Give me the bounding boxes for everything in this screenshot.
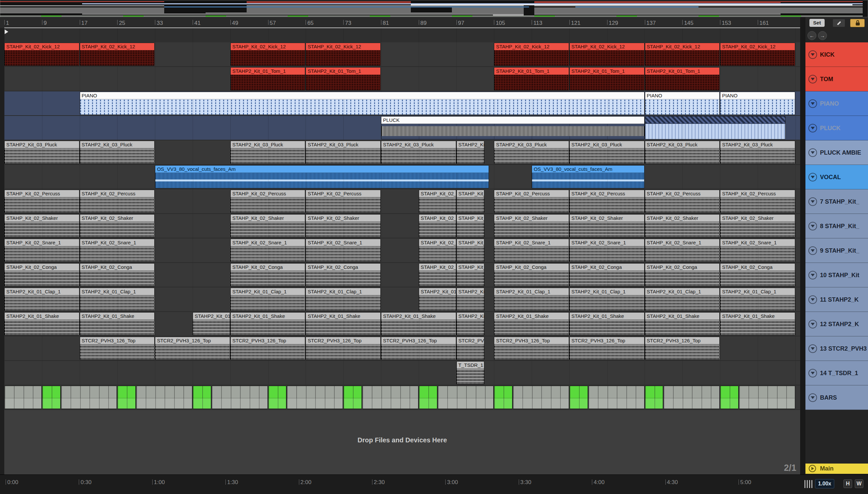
clip[interactable]: STAHP_Kit_02_Shaker bbox=[457, 214, 484, 238]
clip[interactable]: STAHP2_Kit_01_Shake bbox=[80, 312, 155, 336]
clip[interactable]: STAHP_Kit_02_Conga bbox=[306, 263, 381, 286]
main-track-header[interactable]: Main bbox=[806, 463, 868, 474]
clip[interactable]: STAHP2_Kit_01_Shake bbox=[570, 312, 644, 336]
track-header-12-stahp2-k[interactable]: 12 STAHP2_K bbox=[806, 312, 868, 336]
clip[interactable]: STAHP_Kit_02_Percuss bbox=[80, 190, 155, 213]
clip[interactable]: STCR2_PVH3_126_Top bbox=[457, 337, 484, 360]
clip[interactable] bbox=[663, 386, 720, 409]
clip[interactable] bbox=[343, 386, 362, 409]
clip[interactable]: STAHP2_Kit_03_Pluck bbox=[381, 141, 456, 164]
clip[interactable]: STAHP_Kit_02_Percuss bbox=[645, 190, 720, 213]
clip[interactable]: PIANO bbox=[720, 92, 795, 115]
clip[interactable]: STAHP2_Kit_03_Pluck bbox=[457, 141, 484, 164]
clip[interactable]: STAHP2_Kit_01_Clap_1 bbox=[419, 288, 456, 311]
arrow-right-icon[interactable]: → bbox=[818, 31, 827, 40]
clip[interactable]: STAHP_Kit_02_Conga bbox=[419, 263, 456, 286]
clip[interactable]: STAHP2_Kit_03_Pluck bbox=[720, 141, 795, 164]
clip[interactable]: STAHP_Kit_02_Shaker bbox=[645, 214, 720, 238]
clip[interactable]: STAHP_Kit_02_Snare_1 bbox=[645, 239, 720, 262]
fold-icon[interactable] bbox=[808, 148, 817, 157]
clip[interactable]: STCR2_PVH3_126_Top bbox=[155, 337, 230, 360]
track-header-9-stahp-kit[interactable]: 9 STAHP_Kit_ bbox=[806, 239, 868, 263]
clip[interactable]: STAHP_Kit_02_Percuss bbox=[4, 190, 79, 213]
clip[interactable] bbox=[419, 386, 437, 409]
clip[interactable]: STAHP_Kit_02_Kick_12 bbox=[230, 43, 306, 66]
fold-icon[interactable] bbox=[808, 99, 817, 108]
fold-icon[interactable] bbox=[808, 75, 817, 83]
clip[interactable]: STAHP_Kit_02_Conga bbox=[80, 263, 155, 286]
clip[interactable]: STAHP2_Kit_03_Pluck bbox=[4, 141, 79, 164]
clip[interactable]: T_TSDR_1 bbox=[457, 361, 484, 384]
clip[interactable]: STAHP2_Kit_01_Clap_1 bbox=[4, 288, 79, 311]
track-lane-8-stahp-kit[interactable]: STAHP_Kit_02_ShakerSTAHP_Kit_02_ShakerST… bbox=[4, 214, 800, 239]
clip[interactable] bbox=[588, 386, 644, 409]
clip[interactable]: STAHP2_Kit_01_Clap_1 bbox=[645, 288, 720, 311]
clip[interactable]: STAHP2_Kit_01_Shake bbox=[230, 312, 306, 336]
clip[interactable]: STAHP_Kit_02_Snare_1 bbox=[230, 239, 306, 262]
fold-icon[interactable] bbox=[808, 222, 817, 230]
fold-icon[interactable] bbox=[808, 124, 817, 132]
clip[interactable]: STAHP_Kit_02_Snare_1 bbox=[720, 239, 795, 262]
clip[interactable] bbox=[61, 386, 117, 409]
arrangement-overview[interactable] bbox=[0, 0, 868, 17]
clip[interactable]: STAHP_Kit_02_Shaker bbox=[494, 214, 569, 238]
track-header-pluck[interactable]: PLUCK bbox=[806, 116, 868, 140]
clip[interactable]: STAHP_Kit_02_Percuss bbox=[230, 190, 306, 213]
clip[interactable] bbox=[739, 386, 795, 409]
clip[interactable]: STAHP_Kit_02_Snare_1 bbox=[80, 239, 155, 262]
clip[interactable]: STAHP2_Kit_01_Tom_1 bbox=[645, 67, 720, 90]
track-header-11-stahp2-k[interactable]: 11 STAHP2_K bbox=[806, 287, 868, 312]
clip[interactable]: STAHP_Kit_02_Kick_12 bbox=[494, 43, 569, 66]
clip[interactable]: STAHP_Kit_02_Percuss bbox=[570, 190, 644, 213]
clip[interactable]: STAHP_Kit_02_Shaker bbox=[306, 214, 381, 238]
clip[interactable]: STAHP2_Kit_01_Clap_1 bbox=[80, 288, 155, 311]
clip[interactable]: PIANO bbox=[80, 92, 644, 115]
clip[interactable]: STAHP_Kit_02_Shaker bbox=[230, 214, 306, 238]
clip[interactable]: PLUCK bbox=[381, 116, 644, 139]
arrow-left-icon[interactable]: ← bbox=[807, 31, 816, 40]
fold-icon[interactable] bbox=[808, 369, 817, 377]
bar-ruler[interactable]: 1917253341495765738189971051131211291371… bbox=[0, 17, 868, 28]
clip[interactable] bbox=[645, 386, 663, 409]
clip[interactable] bbox=[494, 386, 513, 409]
clip[interactable]: STAHP2_Kit_03_Pluck bbox=[494, 141, 569, 164]
clip[interactable]: STAHP_Kit_02_Snare_1 bbox=[306, 239, 381, 262]
fold-icon[interactable] bbox=[808, 173, 817, 182]
pencil-button[interactable] bbox=[833, 19, 845, 27]
fold-icon[interactable] bbox=[808, 271, 817, 280]
clip[interactable]: OS_VV3_80_vocal_cuts_faces_Am bbox=[155, 165, 489, 188]
clip[interactable]: STAHP_Kit_02_Kick_12 bbox=[570, 43, 644, 66]
clip[interactable]: STAHP_Kit_02_Conga bbox=[720, 263, 795, 286]
clip[interactable] bbox=[42, 386, 61, 409]
fold-icon[interactable] bbox=[808, 295, 817, 304]
clip[interactable]: STAHP_Kit_02_Snare_1 bbox=[494, 239, 569, 262]
track-header-7-stahp-kit[interactable]: 7 STAHP_Kit_ bbox=[806, 189, 868, 214]
clip[interactable] bbox=[136, 386, 192, 409]
clip[interactable] bbox=[438, 386, 494, 409]
clip[interactable]: STAHP_Kit_02_Kick_12 bbox=[720, 43, 795, 66]
track-lane-9-stahp-kit[interactable]: STAHP_Kit_02_Snare_1STAHP_Kit_02_Snare_1… bbox=[4, 239, 800, 263]
clip[interactable]: STAHP_Kit_02_Conga bbox=[494, 263, 569, 286]
clip[interactable]: STAHP2_Kit_01_Shake bbox=[193, 312, 230, 336]
fold-icon[interactable] bbox=[808, 344, 817, 353]
clip[interactable]: STAHP2_Kit_03_Pluck bbox=[230, 141, 306, 164]
clip[interactable]: STAHP_Kit_02_Conga bbox=[4, 263, 79, 286]
track-lane-vocal[interactable]: OS_VV3_80_vocal_cuts_faces_AmOS_VV3_80_v… bbox=[4, 165, 800, 189]
vertical-scroll-strip[interactable] bbox=[800, 17, 806, 474]
clip[interactable]: STAHP_Kit_02_Snare_1 bbox=[570, 239, 644, 262]
width-zoom-button[interactable]: W bbox=[855, 479, 863, 488]
fold-icon[interactable] bbox=[808, 50, 817, 59]
fold-icon[interactable] bbox=[808, 320, 817, 328]
track-lane-13-stcr2-pvh3-1[interactable]: STCR2_PVH3_126_TopSTCR2_PVH3_126_TopSTCR… bbox=[4, 336, 800, 361]
clip[interactable]: STAHP2_Kit_03_Pluck bbox=[570, 141, 644, 164]
clip[interactable]: STAHP_Kit_02_Conga bbox=[570, 263, 644, 286]
clip[interactable]: STAHP_Kit_02_Percuss bbox=[306, 190, 381, 213]
track-lane-12-stahp2-k[interactable]: STAHP2_Kit_01_ShakeSTAHP2_Kit_01_ShakeST… bbox=[4, 312, 800, 336]
clip[interactable] bbox=[287, 386, 343, 409]
clip[interactable]: STAHP_Kit_02_Kick_12 bbox=[4, 43, 79, 66]
clip[interactable]: STAHP_Kit_02_Shaker bbox=[720, 214, 795, 238]
clip[interactable]: OS_VV3_80_vocal_cuts_faces_Am bbox=[532, 165, 644, 188]
clip[interactable] bbox=[362, 386, 419, 409]
clip[interactable]: STAHP2_Kit_01_Shake bbox=[645, 312, 720, 336]
clip[interactable]: STAHP2_Kit_01_Clap_1 bbox=[457, 288, 484, 311]
